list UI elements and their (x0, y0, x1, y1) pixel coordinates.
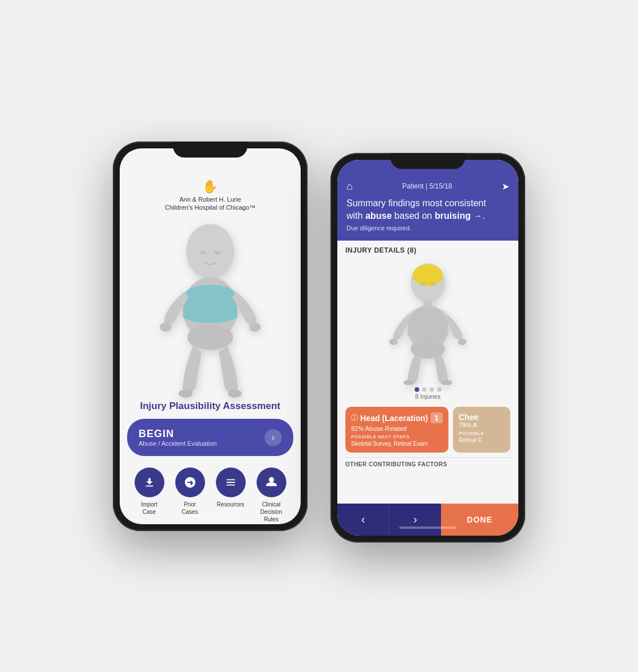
svg-point-5 (160, 323, 171, 332)
clinical-decision-rules-button[interactable]: ClinicalDecisionRules (257, 467, 286, 523)
hospital-logo: ✋ Ann & Robert H. Lurie Children's Hospi… (159, 174, 261, 218)
logo-text: Ann & Robert H. Lurie Children's Hospita… (165, 195, 255, 212)
dot-1 (415, 387, 419, 392)
svg-point-11 (413, 265, 443, 286)
cheek-next-val: Retinal E (459, 437, 505, 443)
baby-figure-left (147, 217, 273, 400)
svg-point-7 (187, 325, 233, 350)
next-steps-val: Skeletal Survey, Retinal Exam (351, 441, 443, 447)
done-button[interactable]: DONE (441, 504, 518, 536)
resources-icon (216, 467, 246, 497)
svg-point-13 (431, 282, 435, 285)
import-case-button[interactable]: ImportCase (135, 467, 164, 523)
resources-label: Resources (217, 501, 245, 508)
prev-button[interactable]: ‹ (337, 504, 389, 536)
patient-date: Patient | 5/15/18 (402, 182, 452, 190)
injury-cards: ⓘ Head (Laceration) 1 82% Abuse-Related … (345, 407, 510, 453)
other-contributing-section: OTHER CONTRIBUTING FACTORS (345, 457, 510, 467)
baby-model-right: 8 Injuries (345, 259, 510, 403)
send-icon[interactable]: ➤ (502, 181, 509, 192)
svg-point-17 (458, 339, 467, 345)
injury-section: INJURY DETAILS (8) (337, 241, 518, 503)
injury-card-cheek[interactable]: Chee 79% A POSSIBLE Retinal E (453, 407, 510, 453)
next-button[interactable]: › (389, 504, 441, 536)
scene: ✋ Ann & Robert H. Lurie Children's Hospi… (90, 96, 548, 577)
svg-point-12 (421, 282, 426, 285)
notch-right (391, 153, 465, 169)
dot-2 (422, 387, 427, 392)
clinical-decision-rules-label: ClinicalDecisionRules (260, 501, 282, 523)
screen-right: ⌂ Patient | 5/15/18 ➤ Summary findings m… (337, 160, 518, 536)
phone-left: ✋ Ann & Robert H. Lurie Children's Hospi… (113, 142, 308, 531)
cheek-next-label: POSSIBLE (459, 431, 505, 436)
injury-card-head[interactable]: ⓘ Head (Laceration) 1 82% Abuse-Related … (345, 407, 448, 453)
clinical-decision-rules-icon (257, 467, 286, 497)
import-case-icon (135, 467, 164, 497)
svg-point-2 (214, 251, 220, 254)
begin-arrow-icon: › (265, 429, 282, 446)
head-laceration-title: Head (Laceration) (360, 414, 428, 423)
abuse-pct: 82% Abuse-Related (351, 425, 443, 432)
svg-point-0 (186, 224, 234, 279)
svg-point-1 (200, 251, 207, 254)
next-steps-label: POSSIBLE NEXT STEPS (351, 434, 443, 439)
svg-point-6 (249, 323, 261, 332)
phone2-header: ⌂ Patient | 5/15/18 ➤ Summary findings m… (337, 160, 518, 241)
injury-badge: 1 (431, 412, 443, 423)
svg-point-8 (179, 390, 192, 398)
baby-figure-right (385, 259, 471, 385)
dot-3 (430, 387, 434, 392)
home-bar-left (182, 515, 239, 517)
prior-cases-label: PriorCases (182, 501, 198, 516)
notch-left (173, 142, 247, 158)
other-contributing-title: OTHER CONTRIBUTING FACTORS (345, 461, 510, 467)
summary-text: Summary findings most consistent with ab… (346, 197, 509, 223)
injuries-count: 8 Injuries (415, 393, 441, 400)
svg-point-9 (228, 390, 242, 398)
assessment-title: Injury Plausibility Assessment (128, 400, 292, 412)
home-icon[interactable]: ⌂ (346, 180, 353, 192)
bottom-nav: ‹ › DONE (337, 504, 518, 536)
warn-icon: ⓘ (351, 413, 358, 423)
body-container-left: Injury Plausibility Assessment BEGIN Abu… (120, 217, 301, 524)
dot-4 (437, 387, 442, 392)
begin-button[interactable]: BEGIN Abuse / Accident Evaluation › (127, 419, 293, 456)
begin-label: BEGIN (139, 428, 216, 440)
injury-title: INJURY DETAILS (8) (345, 246, 510, 254)
due-diligence: Due diligence required. (346, 225, 509, 231)
dots-row (415, 387, 442, 392)
cheek-pct: 79% A (459, 422, 505, 429)
home-bar-right (399, 526, 456, 529)
begin-sub: Abuse / Accident Evaluation (139, 440, 216, 447)
import-case-label: ImportCase (141, 501, 157, 516)
cheek-title: Chee (459, 412, 505, 422)
logo-icon: ✋ (165, 179, 255, 194)
phone-right: ⌂ Patient | 5/15/18 ➤ Summary findings m… (330, 153, 525, 543)
screen-left: ✋ Ann & Robert H. Lurie Children's Hospi… (120, 148, 301, 524)
svg-point-16 (389, 339, 398, 345)
prior-cases-icon (175, 467, 205, 497)
